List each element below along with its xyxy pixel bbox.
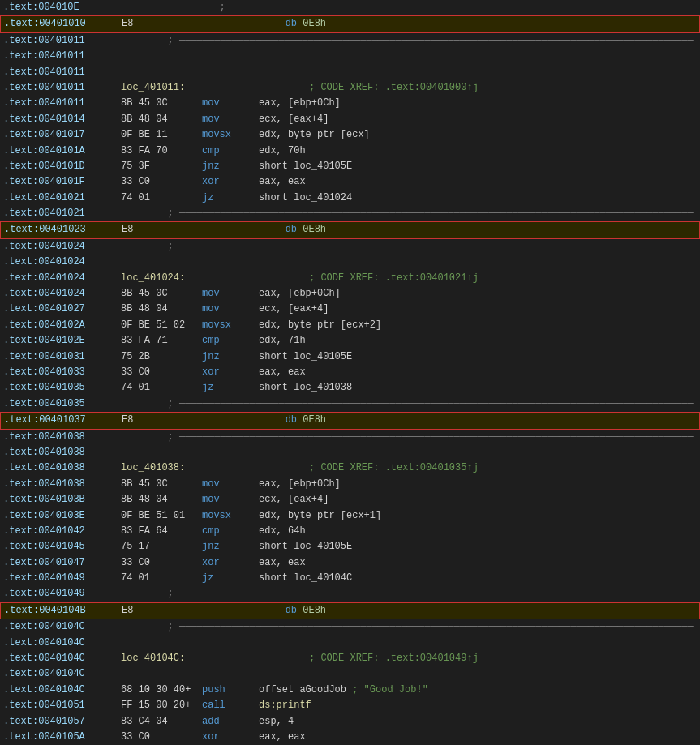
table-row[interactable]: .text:00401038 8B 45 0Cmoveax, [ebp+0Ch] <box>0 477 700 492</box>
table-row[interactable]: .text:00401038 <box>0 445 700 460</box>
table-row[interactable]: .text:00401042 83 FA 64cmpedx, 64h <box>0 524 700 539</box>
table-row[interactable]: .text:00401057 83 C4 04addesp, 4 <box>0 714 700 730</box>
table-row[interactable]: .text:00401051 FF 15 00 20+callds:printf <box>0 698 700 713</box>
table-row[interactable]: .text:00401038loc_401038: ; CODE XREF: .… <box>0 460 700 476</box>
table-row[interactable]: .text:0040104C <box>0 666 700 682</box>
table-row[interactable]: .text:00401023 E8 db 0E8h <box>0 221 700 238</box>
table-row[interactable]: .text:00401031 75 2Bjnzshort loc_40105E <box>0 349 700 365</box>
table-row[interactable]: .text:00401024 <box>0 255 700 270</box>
table-row[interactable]: .text:00401027 8B 48 04movecx, [eax+4] <box>0 302 700 317</box>
table-row[interactable]: .text:00401011 8B 45 0Cmoveax, [ebp+0Ch] <box>0 96 700 111</box>
table-row[interactable]: .text:00401024 ; ───────────────────────… <box>0 239 700 255</box>
table-row[interactable]: .text:00401033 33 C0xoreax, eax <box>0 365 700 380</box>
table-row[interactable]: .text:00401011 <box>0 49 700 64</box>
table-row[interactable]: .text:00401024loc_401024: ; CODE XREF: .… <box>0 271 700 286</box>
table-row[interactable]: .text:00401047 33 C0xoreax, eax <box>0 555 700 571</box>
table-row[interactable]: .text:0040101F 33 C0xoreax, eax <box>0 174 700 190</box>
table-row[interactable]: .text:0040104C ; ───────────────────────… <box>0 619 700 635</box>
table-row[interactable]: .text:00401021 ; ───────────────────────… <box>0 206 700 221</box>
table-row[interactable]: .text:00401035 74 01jzshort loc_401038 <box>0 380 700 396</box>
table-row[interactable]: .text:0040103E 0F BE 51 01movsxedx, byte… <box>0 508 700 524</box>
table-row[interactable]: .text:00401035 ; ───────────────────────… <box>0 396 700 412</box>
table-row[interactable]: .text:00401011 <box>0 65 700 80</box>
table-row[interactable]: .text:0040103B 8B 48 04movecx, [eax+4] <box>0 492 700 507</box>
table-row[interactable]: .text:00401014 8B 48 04movecx, [eax+4] <box>0 112 700 127</box>
table-row[interactable]: .text:004010E ; <box>0 0 700 15</box>
table-row[interactable]: .text:00401011 ; ───────────────────────… <box>0 33 700 49</box>
table-row[interactable]: .text:0040102A 0F BE 51 02movsxedx, byte… <box>0 318 700 333</box>
disassembly-view: .text:004010E ;.text:00401010 E8 db 0E8h… <box>0 0 700 745</box>
table-row[interactable]: .text:00401049 74 01jzshort loc_40104C <box>0 571 700 586</box>
table-row[interactable]: .text:00401045 75 17jnzshort loc_40105E <box>0 539 700 554</box>
table-row[interactable]: .text:00401049 ; ───────────────────────… <box>0 586 700 602</box>
table-row[interactable]: .text:00401021 74 01jzshort loc_401024 <box>0 191 700 206</box>
table-row[interactable]: .text:00401038 ; ───────────────────────… <box>0 430 700 445</box>
table-row[interactable]: .text:0040101A 83 FA 70cmpedx, 70h <box>0 143 700 159</box>
table-row[interactable]: .text:0040104C 68 10 30 40+pushoffset aG… <box>0 683 700 698</box>
table-row[interactable]: .text:00401010 E8 db 0E8h <box>0 15 700 32</box>
table-row[interactable]: .text:0040104C <box>0 636 700 651</box>
table-row[interactable]: .text:0040104B E8 db 0E8h <box>0 602 700 619</box>
table-row[interactable]: .text:0040102E 83 FA 71cmpedx, 71h <box>0 333 700 349</box>
table-row[interactable]: .text:0040104Cloc_40104C: ; CODE XREF: .… <box>0 651 700 666</box>
table-row[interactable]: .text:00401037 E8 db 0E8h <box>0 412 700 429</box>
table-row[interactable]: .text:00401024 8B 45 0Cmoveax, [ebp+0Ch] <box>0 286 700 302</box>
table-row[interactable]: .text:0040105A 33 C0xoreax, eax <box>0 730 700 745</box>
table-row[interactable]: .text:00401017 0F BE 11movsxedx, byte pt… <box>0 127 700 143</box>
table-row[interactable]: .text:0040101D 75 3Fjnzshort loc_40105E <box>0 159 700 174</box>
table-row[interactable]: .text:00401011loc_401011: ; CODE XREF: .… <box>0 80 700 96</box>
